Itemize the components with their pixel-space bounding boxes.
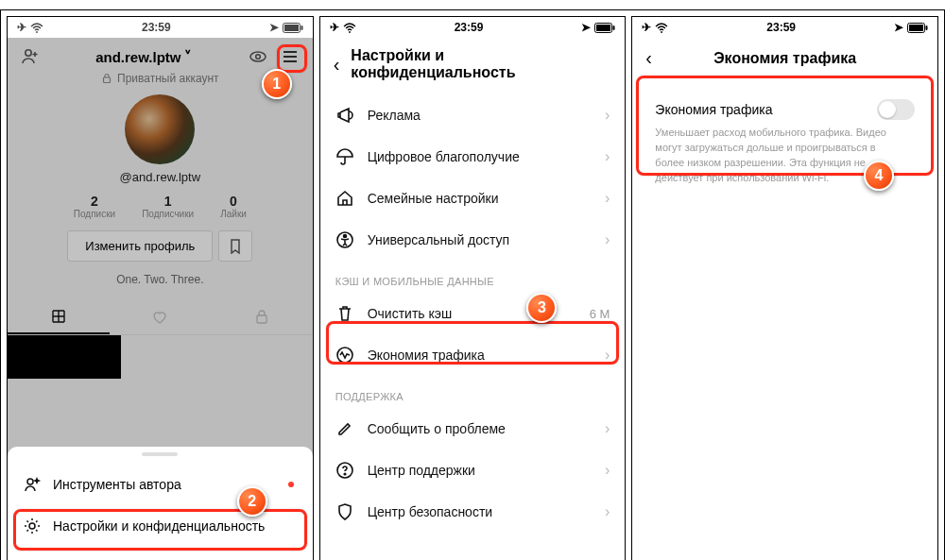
row-help[interactable]: Центр поддержки ›	[320, 450, 626, 491]
row-safety[interactable]: Центр безопасности ›	[320, 491, 626, 533]
cache-size: 6 M	[590, 307, 610, 321]
location-icon: ➤	[581, 21, 591, 34]
pencil-icon	[335, 419, 354, 438]
svg-rect-8	[257, 315, 266, 323]
svg-point-4	[26, 50, 31, 56]
drag-handle[interactable]	[142, 452, 178, 456]
badge-4: 4	[864, 161, 894, 191]
svg-rect-13	[596, 25, 610, 31]
svg-point-16	[343, 235, 346, 238]
section-cache: КЭШ И МОБИЛЬНЫЕ ДАННЫЕ	[320, 261, 626, 293]
username-label: and.rew.lptw	[95, 49, 180, 65]
status-bar: ✈ 23:59 ➤	[320, 17, 626, 38]
highlight-menu	[277, 44, 307, 73]
profile-tabs	[8, 299, 313, 335]
following-stat[interactable]: 2 Подписки	[74, 194, 115, 219]
stats-row: 2 Подписки 1 Подписчики 0 Лайки	[8, 194, 313, 230]
home-icon	[335, 189, 354, 208]
row-report[interactable]: Сообщить о проблеме ›	[320, 408, 626, 450]
status-time: 23:59	[455, 21, 484, 34]
airplane-icon: ✈	[642, 21, 651, 34]
row-accessibility[interactable]: Универсальный доступ ›	[320, 219, 626, 261]
handle-label: @and.rew.lptw	[8, 170, 313, 194]
airplane-icon: ✈	[17, 21, 26, 34]
battery-icon	[594, 23, 615, 33]
wifi-icon	[30, 23, 43, 33]
page-title: Экономия трафика	[632, 50, 937, 67]
question-icon	[335, 461, 354, 480]
back-icon[interactable]: ‹	[334, 54, 340, 76]
author-tools-label: Инструменты автора	[53, 477, 181, 492]
row-ads[interactable]: Реклама ›	[320, 94, 626, 136]
svg-rect-2	[284, 25, 299, 31]
chevron-right-icon: ›	[605, 420, 610, 437]
chevron-right-icon: ›	[605, 503, 610, 520]
svg-point-19	[344, 473, 346, 475]
notification-dot	[288, 482, 294, 487]
trash-icon	[335, 304, 354, 323]
screen-settings: ✈ 23:59 ➤ ‹ Настройки и конфиденциальнос…	[319, 16, 627, 560]
svg-point-20	[661, 31, 662, 33]
shield-icon	[335, 502, 354, 521]
svg-point-11	[349, 31, 351, 33]
username-dropdown[interactable]: and.rew.lptw ˅	[95, 48, 192, 65]
highlight-data-saver	[326, 321, 620, 365]
status-time: 23:59	[142, 21, 171, 34]
status-bar: ✈ 23:59 ➤	[632, 17, 937, 38]
eye-icon[interactable]	[247, 45, 269, 68]
screen-data-saver: ✈ 23:59 ➤ ‹ Экономия трафика Экономия тр…	[631, 16, 938, 560]
svg-point-6	[255, 55, 260, 59]
highlight-settings	[13, 509, 307, 551]
battery-icon	[907, 23, 928, 33]
row-family[interactable]: Семейные настройки ›	[320, 178, 626, 219]
badge-2: 2	[237, 486, 267, 517]
wifi-icon	[343, 23, 356, 33]
status-time: 23:59	[766, 21, 796, 34]
likes-stat[interactable]: 0 Лайки	[220, 194, 247, 219]
battery-icon	[283, 23, 303, 33]
location-icon: ➤	[894, 21, 903, 34]
svg-rect-14	[613, 25, 615, 30]
avatar[interactable]	[125, 94, 195, 164]
svg-point-5	[250, 52, 266, 61]
svg-rect-3	[301, 25, 302, 30]
add-user-icon[interactable]	[19, 45, 42, 68]
edit-profile-button[interactable]: Изменить профиль	[67, 230, 213, 262]
sparkle-user-icon	[23, 475, 42, 494]
svg-point-0	[36, 31, 38, 33]
chevron-down-icon: ˅	[184, 48, 192, 65]
airplane-icon: ✈	[330, 21, 339, 34]
bookmark-button[interactable]	[218, 230, 252, 262]
svg-rect-22	[909, 25, 923, 31]
page-title: Настройки и конфиденциальность	[351, 47, 611, 81]
svg-point-9	[27, 479, 33, 484]
screen-profile: ✈ 23:59 ➤ and.rew.lptw ˅	[7, 16, 314, 560]
megaphone-icon	[335, 106, 354, 125]
chevron-right-icon: ›	[605, 190, 610, 207]
location-icon: ➤	[269, 21, 279, 34]
followers-stat[interactable]: 1 Подписчики	[142, 194, 194, 219]
tab-private[interactable]	[211, 299, 313, 334]
svg-rect-7	[104, 77, 111, 83]
accessibility-icon	[335, 230, 354, 249]
private-account-label: Приватный аккаунт	[117, 72, 219, 85]
status-bar: ✈ 23:59 ➤	[8, 17, 313, 38]
highlight-data-saver-toggle	[636, 76, 934, 176]
section-support: ПОДДЕРЖКА	[320, 376, 626, 408]
umbrella-icon	[335, 147, 354, 166]
wifi-icon	[655, 23, 668, 33]
row-wellbeing[interactable]: Цифровое благополучие ›	[320, 136, 626, 178]
svg-rect-23	[926, 25, 928, 30]
chevron-right-icon: ›	[605, 107, 610, 124]
bio-text: One. Two. Three.	[8, 273, 313, 299]
chevron-right-icon: ›	[605, 231, 610, 248]
chevron-right-icon: ›	[605, 462, 610, 479]
chevron-right-icon: ›	[605, 148, 610, 165]
tab-grid[interactable]	[8, 299, 110, 334]
video-thumbnail[interactable]	[8, 335, 121, 379]
tab-liked[interactable]	[110, 299, 212, 334]
badge-1: 1	[262, 69, 292, 99]
